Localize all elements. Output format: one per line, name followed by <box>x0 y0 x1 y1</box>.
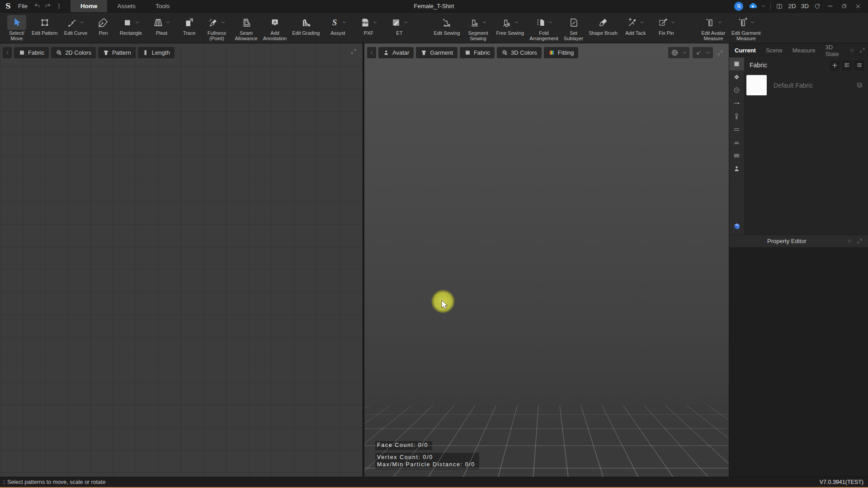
tool-seam-allowance[interactable]: SeamAllowance <box>232 15 260 41</box>
view-3d-button[interactable]: 3D <box>801 3 809 9</box>
undo-icon[interactable] <box>34 3 41 9</box>
chevron-down-icon[interactable] <box>166 20 170 24</box>
tool-add-tack[interactable]: Add Tack <box>620 15 651 36</box>
menu-button[interactable] <box>854 60 864 70</box>
chevron-down-icon[interactable] <box>718 20 722 24</box>
tool-pleat[interactable]: Pleat <box>146 15 177 36</box>
chevron-down-icon[interactable] <box>373 20 377 24</box>
rail-person-icon[interactable] <box>729 162 744 175</box>
chevron-down-icon[interactable] <box>548 20 552 24</box>
tool-fix-pin[interactable]: Fix Pin <box>651 15 682 36</box>
chevron-down-icon[interactable] <box>761 4 765 8</box>
tab-garment[interactable]: Garment <box>416 47 458 58</box>
collapse-panel-icon[interactable] <box>3 47 12 58</box>
tool-fold-arrangement[interactable]: FoldArrangement <box>527 15 561 41</box>
restore-button[interactable] <box>840 3 849 9</box>
gizmo-mode-button[interactable] <box>693 47 713 58</box>
collapse-right-icon[interactable] <box>849 47 855 53</box>
rail-puckering-icon[interactable] <box>729 136 744 149</box>
tool-label: Assyst <box>330 31 345 36</box>
close-button[interactable] <box>854 3 863 9</box>
tool-fullness-point[interactable]: Fullness(Point) <box>201 15 232 41</box>
tool-edit-pattern[interactable]: Edit Pattern <box>29 15 60 36</box>
sidebar-tab-measure[interactable]: Measure <box>793 47 816 54</box>
ribbon-tab-home[interactable]: Home <box>71 0 108 12</box>
view-2d-button[interactable]: 2D <box>788 3 796 9</box>
tab-avatar[interactable]: Avatar <box>378 47 414 58</box>
fabric-list-item[interactable]: Default Fabric <box>744 73 868 98</box>
sidebar-tab-current[interactable]: Current <box>735 47 756 54</box>
tool-edit-grading[interactable]: Edit Grading <box>289 15 322 36</box>
rail-cube-icon[interactable] <box>729 220 744 233</box>
tool-edit-sewing[interactable]: Edit Sewing <box>431 15 462 36</box>
chevron-down-icon[interactable] <box>750 20 755 24</box>
tool-rectangle[interactable]: Rectangle <box>115 15 146 36</box>
expand-panel-icon[interactable] <box>859 47 865 53</box>
tab-fabric[interactable]: Fabric <box>14 47 49 58</box>
chevron-down-icon[interactable] <box>671 20 675 24</box>
tool-set-sublayer[interactable]: SetSublayer <box>561 15 586 41</box>
collapse-panel-icon[interactable] <box>367 47 376 58</box>
ribbon-tab-tools[interactable]: Tools <box>146 0 180 12</box>
tab-3d-colors[interactable]: 3D Colors <box>497 47 542 58</box>
chevron-down-icon[interactable] <box>80 20 84 24</box>
pattern-2d-viewport[interactable]: Fabric2D ColorsPatternLength <box>0 43 363 477</box>
tab-2d-colors[interactable]: 2D Colors <box>51 47 96 58</box>
chevron-down-icon[interactable] <box>706 51 710 55</box>
tab-fabric[interactable]: Fabric <box>460 47 495 58</box>
refresh-icon[interactable] <box>814 3 821 9</box>
more-menu-icon[interactable] <box>56 3 62 9</box>
chevron-down-icon[interactable] <box>683 51 687 55</box>
minimize-button[interactable] <box>826 3 835 9</box>
ribbon-tab-assets[interactable]: Assets <box>107 0 146 12</box>
rail-button-icon[interactable] <box>729 84 744 97</box>
tab-fitting[interactable]: Fitting <box>544 47 578 58</box>
chevron-down-icon[interactable] <box>221 20 225 24</box>
sidebar-tab-scene[interactable]: Scene <box>766 47 783 54</box>
rail-fabric-swatch-icon[interactable] <box>729 57 744 70</box>
tool-edit-garment-measure[interactable]: Edit GarmentMeasure <box>729 15 764 41</box>
render-mode-button[interactable] <box>668 47 689 58</box>
rail-zipper-icon[interactable] <box>729 110 744 123</box>
tool-add-annotation[interactable]: AAddAnnotation <box>260 15 290 41</box>
tool-free-sewing[interactable]: Free Sewing <box>493 15 527 36</box>
tab-pattern[interactable]: Pattern <box>98 47 136 58</box>
cloud-sync-button[interactable] <box>748 1 765 11</box>
chevron-down-icon[interactable] <box>404 20 408 24</box>
expand-3d-panel-icon[interactable] <box>716 50 724 56</box>
chevron-down-icon[interactable] <box>640 20 644 24</box>
rail-topstitch-icon[interactable] <box>729 123 744 136</box>
chevron-down-icon[interactable] <box>482 20 486 24</box>
chevron-down-icon[interactable] <box>514 20 519 24</box>
collapse-right-icon[interactable] <box>846 238 852 244</box>
rail-buckle-icon[interactable] <box>729 149 744 162</box>
tool-select-move[interactable]: Select/Move <box>5 15 29 41</box>
tool-edit-curve[interactable]: Edit Curve <box>60 15 91 36</box>
sidebar-tab-3d-state[interactable]: 3D State <box>825 44 839 57</box>
redo-icon[interactable] <box>44 3 51 9</box>
tab-length[interactable]: Length <box>138 47 175 58</box>
user-avatar[interactable]: 朱 <box>734 2 743 11</box>
fabric-swatch-preview[interactable] <box>746 75 767 95</box>
tool-pen[interactable]: Pen <box>91 15 115 36</box>
expand-2d-panel-icon[interactable] <box>350 48 357 55</box>
layers-icon[interactable] <box>856 81 863 89</box>
property-editor-header[interactable]: Property Editor <box>729 235 868 247</box>
tool-segment-sewing[interactable]: SegmentSewing <box>462 15 493 41</box>
viewport-3d[interactable]: AvatarGarmentFabric3D ColorsFitting Face… <box>364 43 729 477</box>
expand-panel-icon[interactable] <box>857 238 863 244</box>
chevron-down-icon[interactable] <box>135 20 139 24</box>
tool-et[interactable]: ET <box>384 15 415 36</box>
tool-assyst[interactable]: SAssyst <box>322 15 353 36</box>
tool-edit-avatar-measure[interactable]: Edit AvatarMeasure <box>698 15 729 41</box>
rail-trim-icon[interactable] <box>729 70 744 84</box>
tool-pxf[interactable]: PXFPXF <box>353 15 384 36</box>
chevron-down-icon[interactable] <box>342 20 346 24</box>
list-view-button[interactable] <box>842 60 852 70</box>
file-menu[interactable]: File <box>18 3 28 9</box>
rail-needle-icon[interactable] <box>729 97 744 110</box>
tool-shape-brush[interactable]: Shape Brush <box>586 15 620 36</box>
split-view-icon[interactable] <box>776 3 783 10</box>
add-fabric-button[interactable] <box>830 60 840 70</box>
tool-trace[interactable]: Trace <box>177 15 201 36</box>
